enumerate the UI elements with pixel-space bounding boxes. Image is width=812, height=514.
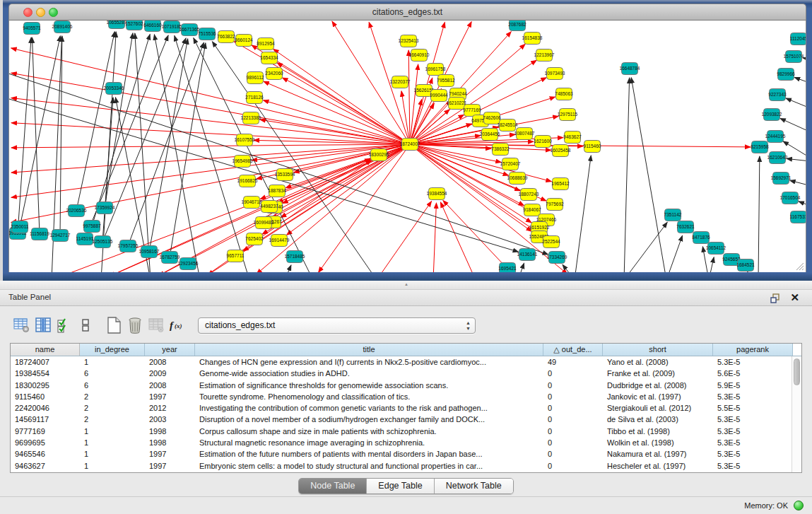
show-columns-button[interactable]: [33, 315, 54, 335]
network-node[interactable]: 17016504: [780, 192, 801, 204]
tab-network-table[interactable]: Network Table: [435, 479, 513, 493]
network-node[interactable]: 12444195: [765, 131, 786, 143]
network-node[interactable]: 8471876: [692, 232, 710, 244]
network-node[interactable]: 13220377: [390, 76, 411, 88]
network-node[interactable]: 9975887: [83, 221, 101, 233]
citation-edge-red[interactable]: [11, 145, 404, 197]
citation-edge-black[interactable]: [628, 222, 667, 272]
network-node[interactable]: 20891406: [52, 21, 73, 33]
citation-edge-black[interactable]: [288, 265, 291, 272]
network-node[interactable]: 15692971: [771, 173, 792, 185]
network-node[interactable]: 18300295: [369, 149, 389, 161]
citation-edge-black[interactable]: [786, 98, 806, 109]
close-window-button[interactable]: [23, 8, 33, 17]
citation-edge-red[interactable]: [286, 148, 404, 235]
network-node[interactable]: 19166825: [237, 175, 258, 187]
network-node[interactable]: 7632621: [676, 221, 695, 233]
table-row[interactable]: 1872400712008Changes of HCN gene express…: [11, 356, 792, 368]
network-node[interactable]: 2350011: [11, 221, 29, 233]
citation-edge-black[interactable]: [669, 235, 683, 272]
network-node[interactable]: 16914479: [269, 235, 290, 247]
citation-edge-red[interactable]: [264, 81, 404, 141]
citation-edge-red[interactable]: [416, 146, 552, 181]
window-titlebar[interactable]: citations_edges.txt: [8, 4, 806, 21]
network-node[interactable]: 19046718: [242, 197, 262, 209]
network-node[interactable]: 1654334: [260, 52, 278, 64]
float-panel-button[interactable]: [770, 293, 781, 304]
network-node[interactable]: 1684521: [736, 259, 755, 271]
column-header-short[interactable]: short: [603, 344, 713, 356]
tab-edge-table[interactable]: Edge Table: [367, 479, 434, 493]
citation-edge-black[interactable]: [154, 35, 199, 272]
zoom-window-button[interactable]: [49, 8, 58, 17]
network-node[interactable]: 15718485: [285, 251, 305, 263]
network-node[interactable]: 12093822: [762, 109, 782, 121]
network-node[interactable]: 16210643: [767, 152, 788, 164]
network-node[interactable]: 2342060: [265, 68, 283, 80]
network-node[interactable]: 1621600: [534, 136, 552, 148]
network-node[interactable]: 10688639: [507, 173, 528, 185]
citation-edge-black[interactable]: [175, 35, 248, 272]
network-node[interactable]: 12213383: [241, 112, 261, 124]
network-node[interactable]: 2522544: [542, 236, 560, 248]
network-node[interactable]: 9463627: [563, 132, 582, 144]
citation-edge-black[interactable]: [170, 43, 205, 251]
network-node[interactable]: 17957255: [118, 240, 139, 252]
network-node[interactable]: 12213967: [534, 49, 555, 62]
network-node[interactable]: 20053346: [104, 83, 124, 95]
network-node[interactable]: 9184067: [523, 204, 541, 216]
network-node[interactable]: 16961758: [425, 64, 446, 76]
close-panel-button[interactable]: ✕: [790, 291, 799, 304]
citation-edge-black[interactable]: [758, 156, 760, 272]
citation-edge-black[interactable]: [18, 37, 31, 227]
table-row[interactable]: 1938455462009Genome-wide association stu…: [11, 368, 792, 379]
table-row[interactable]: 946554611997Estimation of the future num…: [11, 448, 792, 460]
minimize-window-button[interactable]: [36, 8, 45, 17]
table-scrollbar-thumb[interactable]: [794, 358, 800, 385]
citation-edge-red[interactable]: [415, 148, 567, 272]
network-node[interactable]: 4498237: [260, 201, 278, 213]
citation-edge-black[interactable]: [130, 42, 204, 240]
function-builder-button[interactable]: f (x): [167, 315, 188, 335]
network-node[interactable]: 16025458: [551, 145, 571, 157]
network-node[interactable]: 10958167: [139, 246, 160, 258]
network-node[interactable]: 7515536: [198, 28, 216, 40]
network-node[interactable]: 16154838: [522, 33, 543, 45]
network-node[interactable]: 9829966: [777, 69, 795, 81]
create-table-button[interactable]: [103, 315, 124, 335]
column-header-pagerank[interactable]: pagerank: [713, 344, 793, 356]
network-node[interactable]: 13533594: [275, 169, 295, 181]
network-canvas[interactable]: 1872400712325413166409101696175879558121…: [8, 21, 806, 272]
network-node[interactable]: 9657711: [227, 250, 245, 262]
network-node[interactable]: 10807487: [514, 128, 535, 140]
network-node[interactable]: 7485063: [555, 88, 573, 100]
network-node[interactable]: 7663822: [217, 31, 235, 43]
network-node[interactable]: 16648784: [620, 63, 640, 75]
network-node[interactable]: 16782759: [160, 252, 180, 264]
table-row[interactable]: 977716911998Corpus callosum shape and si…: [11, 426, 792, 437]
citation-edge-red[interactable]: [260, 119, 404, 143]
network-node[interactable]: 10654112: [706, 243, 726, 255]
table-row[interactable]: 1830029562008Estimation of significance …: [11, 380, 792, 391]
citation-edge-black[interactable]: [151, 39, 188, 245]
network-node[interactable]: 1167531: [790, 211, 806, 223]
network-node[interactable]: 16671365: [180, 24, 200, 36]
citation-edge-black[interactable]: [790, 180, 806, 186]
network-node[interactable]: 7351142: [664, 209, 682, 221]
network-node[interactable]: 9990444: [430, 90, 448, 102]
citation-edge-red[interactable]: [380, 201, 431, 272]
network-node[interactable]: 20206536: [66, 205, 87, 217]
citation-edge-red[interactable]: [408, 50, 410, 138]
network-node[interactable]: 1695421: [498, 263, 517, 273]
network-node[interactable]: 19654985: [233, 156, 253, 168]
network-node[interactable]: 18724007: [400, 139, 420, 151]
network-node[interactable]: 9896112: [247, 72, 264, 84]
citation-edge-black[interactable]: [794, 77, 806, 83]
citation-edge-black[interactable]: [710, 257, 714, 272]
citation-edge-black[interactable]: [702, 247, 707, 272]
citation-edge-black[interactable]: [520, 263, 524, 272]
table-row[interactable]: 1456911722003Disruption of a novel membe…: [11, 414, 792, 425]
network-node[interactable]: 1965412: [551, 178, 570, 190]
network-node[interactable]: 8660124: [235, 35, 253, 47]
network-node[interactable]: 1887834: [268, 185, 286, 197]
